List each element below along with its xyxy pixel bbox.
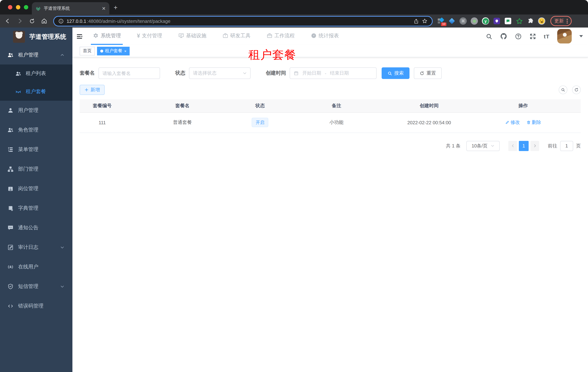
- sidebar-item-audit-log[interactable]: 审计日志: [0, 238, 73, 257]
- minimize-window-button[interactable]: [16, 5, 20, 10]
- extension-grid-icon[interactable]: 10: [437, 17, 444, 25]
- refresh-table-button[interactable]: [572, 85, 581, 94]
- sidebar-item-label: 租户管理: [18, 52, 38, 58]
- sidebar-item-user-manage[interactable]: 用户管理: [0, 101, 73, 120]
- current-page-button[interactable]: 1: [519, 141, 529, 151]
- sidebar-submenu-tenant: 租户列表 租户套餐: [0, 64, 73, 101]
- filter-form: 套餐名 状态 请选择状态 创建时间: [80, 67, 581, 79]
- search-icon[interactable]: [485, 33, 493, 40]
- browser-menu-icon[interactable]: [567, 19, 568, 23]
- font-size-icon[interactable]: tT: [544, 33, 550, 39]
- sidebar-item-label: 用户管理: [18, 107, 38, 114]
- sidebar-item-notice[interactable]: 通知公告: [0, 218, 73, 238]
- edit-link[interactable]: 修改: [505, 119, 520, 126]
- profile-avatar-icon[interactable]: [538, 17, 545, 25]
- pagination-total: 共 1 条: [446, 143, 461, 149]
- status-select[interactable]: 请选择状态: [189, 67, 251, 79]
- site-info-icon[interactable]: [58, 18, 64, 24]
- pagination: 共 1 条 10条/页 1 前往: [80, 141, 581, 151]
- search-button[interactable]: 搜索: [382, 67, 410, 79]
- extension-command-icon[interactable]: ⌘: [460, 17, 467, 25]
- page-size-select[interactable]: 10条/页: [466, 141, 500, 151]
- sidebar-logo[interactable]: 芋道管理系统: [0, 28, 73, 46]
- fullscreen-icon[interactable]: [529, 33, 536, 40]
- back-icon[interactable]: [4, 18, 11, 24]
- bookmark-star-icon[interactable]: [422, 18, 428, 24]
- help-icon[interactable]: [515, 33, 522, 40]
- package-name-input[interactable]: [98, 67, 160, 79]
- extension-dot-icon[interactable]: [471, 17, 478, 25]
- page-content: 套餐名 状态 请选择状态 创建时间: [73, 57, 588, 372]
- window-controls: [8, 5, 28, 10]
- extension-kite-icon[interactable]: [448, 17, 455, 25]
- delete-link[interactable]: 删除: [526, 119, 541, 126]
- active-tag-dot: [100, 49, 103, 52]
- browser-update-button[interactable]: 更新: [550, 16, 572, 26]
- search-button-label: 搜索: [394, 70, 404, 76]
- browser-toolbar: 127.0.0.1:48080/admin-ui/system/tenant/p…: [0, 14, 588, 28]
- nav-item-label: 工作流程: [274, 32, 295, 39]
- sidebar-item-dept-manage[interactable]: 部门管理: [0, 159, 73, 179]
- date-range-picker[interactable]: 开始日期 - 结束日期: [290, 67, 377, 79]
- briefcase-icon: [222, 32, 229, 39]
- nav-item-system[interactable]: 系统管理: [91, 28, 123, 45]
- goto-page-input[interactable]: [560, 141, 573, 151]
- user-avatar[interactable]: [557, 29, 572, 43]
- avatar-caret-down-icon[interactable]: [579, 35, 583, 37]
- trash-icon: [526, 120, 531, 125]
- calendar-icon: [294, 71, 299, 76]
- maximize-window-button[interactable]: [24, 5, 28, 10]
- sidebar-item-tenant-package[interactable]: 租户套餐: [0, 83, 73, 101]
- extension-y-icon[interactable]: y: [482, 17, 489, 25]
- reset-button[interactable]: 重置: [414, 67, 442, 79]
- sidebar-item-error-code[interactable]: 错误码管理: [0, 296, 73, 316]
- nav-item-workflow[interactable]: 工作流程: [265, 28, 296, 45]
- sidebar-item-online-users[interactable]: 在线用户: [0, 257, 73, 277]
- chevron-down-icon: [60, 284, 64, 289]
- prev-page-button[interactable]: [508, 141, 517, 151]
- tab-close-icon[interactable]: ✕: [102, 6, 106, 11]
- close-window-button[interactable]: [8, 5, 12, 10]
- url-bar[interactable]: 127.0.0.1:48080/admin-ui/system/tenant/p…: [53, 16, 433, 26]
- sidebar-item-role-manage[interactable]: 角色管理: [0, 120, 73, 140]
- extension-shield-icon[interactable]: [493, 17, 500, 25]
- forward-icon[interactable]: [17, 18, 23, 24]
- table-row[interactable]: 111 普通套餐 开启 小功能 2022-02-22 00:54:00: [80, 112, 581, 133]
- sidebar-item-post-manage[interactable]: 岗位管理: [0, 179, 73, 199]
- search-icon: [388, 71, 392, 75]
- table-header-row: 套餐编号 套餐名 状态 备注 创建时间 操作: [80, 99, 581, 112]
- nav-item-report[interactable]: 统计报表: [309, 28, 341, 45]
- nav-item-label: 系统管理: [101, 32, 121, 39]
- sidebar-item-dict-manage[interactable]: 字典管理: [0, 199, 73, 218]
- sidebar-item-tenant-list[interactable]: 租户列表: [0, 64, 73, 83]
- tag-tenant-package[interactable]: 租户套餐 ×: [97, 47, 130, 55]
- dictionary-icon: [7, 205, 14, 212]
- next-page-button[interactable]: [530, 141, 539, 151]
- cell-status: 开启: [240, 112, 280, 133]
- nav-item-infra[interactable]: 基础设施: [176, 28, 208, 45]
- add-button[interactable]: 新增: [80, 85, 105, 95]
- github-icon[interactable]: [500, 32, 507, 40]
- nav-item-dev-tools[interactable]: 研发工具: [220, 28, 252, 45]
- tag-close-icon[interactable]: ×: [124, 49, 126, 53]
- extensions-puzzle-icon[interactable]: [527, 17, 534, 25]
- cell-remark: 小功能: [280, 112, 393, 133]
- nav-item-payment[interactable]: ¥ 支付管理: [135, 28, 164, 45]
- sidebar-item-sms-manage[interactable]: 短信管理: [0, 277, 73, 296]
- sidebar-collapse-icon[interactable]: [76, 33, 83, 40]
- extension-chat-icon[interactable]: [504, 17, 512, 25]
- extension-star-icon[interactable]: [515, 17, 523, 25]
- cell-created-time: 2022-02-22 00:54:00: [393, 112, 465, 133]
- sidebar-item-tenant-manage[interactable]: 租户管理: [0, 46, 73, 64]
- reload-icon[interactable]: [29, 18, 35, 24]
- share-icon[interactable]: [413, 18, 419, 24]
- browser-tab[interactable]: 芋道管理系统 ✕: [32, 2, 109, 14]
- show-search-toggle-button[interactable]: [559, 85, 567, 94]
- home-icon[interactable]: [41, 18, 47, 24]
- sidebar-item-menu-manage[interactable]: 菜单管理: [0, 140, 73, 159]
- new-tab-button[interactable]: +: [114, 4, 117, 11]
- sidebar-item-label: 审计日志: [18, 244, 38, 251]
- sidebar-item-label: 错误码管理: [18, 303, 43, 309]
- tag-home[interactable]: 首页: [80, 47, 95, 55]
- logo-title: 芋道管理系统: [29, 32, 66, 41]
